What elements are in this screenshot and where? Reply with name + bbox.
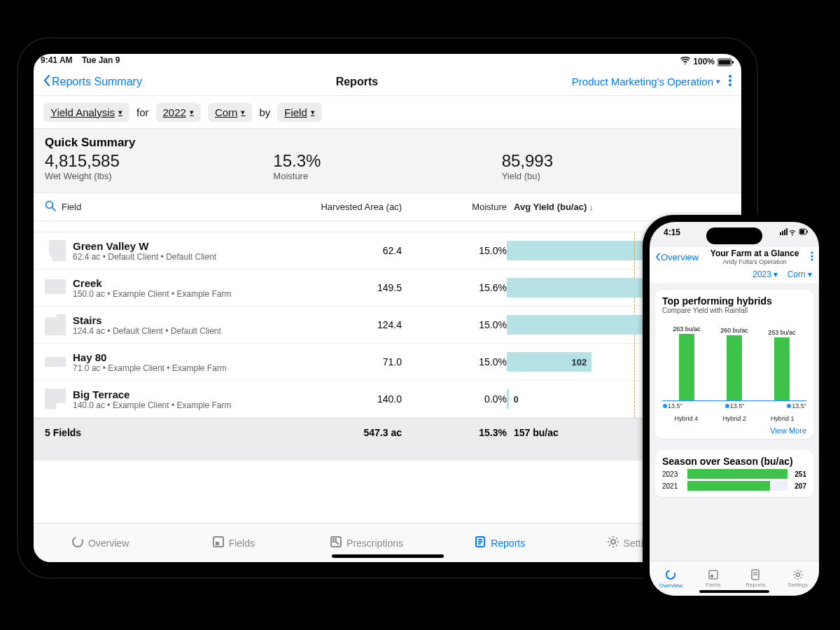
iphone-home-indicator[interactable] [699, 590, 769, 593]
home-indicator[interactable] [332, 554, 444, 558]
battery-icon [718, 57, 734, 66]
wet-weight-label: Wet Weight (lbs) [45, 171, 273, 181]
field-name: Hay 80 [73, 351, 227, 363]
rainfall-value: 13.5" [662, 402, 682, 410]
report-type-selector[interactable]: Yield Analysis▾ [43, 103, 130, 122]
cell-moisture: 15.0% [402, 319, 507, 330]
hybrid-column: 260 bu/ac [713, 327, 756, 400]
battery-percent: 100% [693, 57, 715, 66]
iphone-tab-settings[interactable]: Settings [777, 561, 820, 596]
iphone-tab-overview[interactable]: Overview [650, 561, 692, 596]
hybrids-title: Top performing hybrids [662, 295, 806, 307]
tab-reports-label: Reports [491, 538, 525, 549]
svg-point-26 [811, 251, 813, 253]
svg-rect-1 [719, 59, 731, 64]
page-title: Reports [142, 76, 572, 88]
field-shape-icon [45, 357, 66, 367]
table-row[interactable]: Big Terrace140.0 ac • Example Client • E… [34, 381, 741, 418]
rainfall-value: 13.5" [786, 402, 806, 410]
svg-point-8 [73, 537, 83, 547]
iphone-back-button[interactable]: Overview [655, 252, 699, 262]
field-meta: 124.4 ac • Default Client • Default Clie… [73, 326, 221, 336]
col-field[interactable]: Field [62, 202, 81, 212]
totals-moist: 15.3% [402, 427, 507, 438]
table-row[interactable]: Hay 8071.0 ac • Example Client • Example… [34, 344, 741, 381]
iphone-nav-bar: Overview Your Farm at a Glance Andy Folt… [650, 247, 819, 270]
totals-row: 5 Fields 547.3 ac 15.3% 157 bu/ac [34, 418, 741, 447]
cell-moisture: 15.0% [402, 245, 507, 256]
summary-heading: Quick Summary [45, 136, 730, 150]
cell-area: 140.0 [283, 393, 402, 405]
yield-value: 85,993 [502, 151, 730, 171]
field-meta: 62.4 ac • Default Client • Default Clien… [73, 252, 216, 262]
cell-area: 124.4 [283, 319, 402, 330]
table-row[interactable]: Stairs124.4 ac • Default Client • Defaul… [34, 307, 741, 344]
chevron-down-icon: ▾ [190, 108, 194, 117]
field-meta: 140.0 ac • Example Client • Example Farm [73, 400, 232, 410]
cell-area: 71.0 [283, 356, 402, 368]
tab-overview-label: Overview [88, 538, 129, 549]
iphone-more-icon[interactable] [811, 250, 813, 265]
cell-area: 62.4 [283, 245, 402, 256]
field-name: Green Valley W [73, 240, 216, 252]
hybrid-yield-label: 253 bu/ac [768, 329, 796, 336]
hybrid-name: Hybrid 2 [722, 415, 746, 422]
year-selector[interactable]: 2022▾ [156, 103, 201, 122]
iphone-title-sub: Andy Folta's Operation [699, 258, 811, 265]
report-type-label: Yield Analysis [50, 106, 115, 118]
hybrid-column: 263 bu/ac [665, 326, 708, 400]
svg-point-27 [811, 255, 813, 257]
chevron-left-icon [43, 75, 50, 89]
tab-fields[interactable]: Fields [167, 524, 300, 562]
view-more-link[interactable]: View More [662, 426, 806, 435]
table-row[interactable]: Green Valley W62.4 ac • Default Client •… [34, 232, 741, 270]
iphone-title: Your Farm at a Glance Andy Folta's Opera… [699, 248, 811, 265]
cell-field: Green Valley W62.4 ac • Default Client •… [45, 240, 283, 262]
back-button[interactable]: Reports Summary [43, 75, 142, 89]
col-yield[interactable]: Avg Yield (bu/ac) ↓ [507, 202, 730, 212]
hybrids-subtitle: Compare Yield with Rainfall [662, 307, 806, 314]
search-icon[interactable] [45, 200, 56, 214]
iphone-tab-settings-label: Settings [788, 582, 808, 588]
season-title: Season over Season (bu/ac) [662, 456, 806, 467]
cell-field: Stairs124.4 ac • Default Client • Defaul… [45, 314, 283, 336]
svg-point-35 [796, 573, 799, 577]
hybrid-name: Hybrid 4 [675, 415, 699, 422]
svg-rect-10 [216, 542, 219, 545]
iphone-tab-overview-label: Overview [659, 582, 682, 589]
season-value: 207 [794, 482, 806, 490]
iphone-year-selector[interactable]: 2023 ▾ [752, 270, 778, 279]
tab-reports[interactable]: Reports [433, 524, 566, 562]
year-label: 2022 [163, 106, 186, 118]
field-meta: 150.0 ac • Example Client • Example Farm [73, 289, 232, 299]
word-by: by [259, 106, 270, 118]
field-name: Big Terrace [73, 388, 232, 400]
iphone-tab-reports-label: Reports [746, 582, 765, 588]
wifi-icon [680, 57, 690, 66]
svg-rect-21 [784, 230, 785, 235]
col-moisture[interactable]: Moisture [402, 202, 507, 212]
more-icon[interactable] [729, 75, 732, 88]
hybrid-name: Hybrid 1 [771, 415, 794, 422]
groupby-selector[interactable]: Field▾ [277, 103, 322, 122]
crop-label: Corn [215, 106, 238, 118]
hybrid-bar [774, 337, 790, 400]
svg-point-4 [729, 79, 732, 82]
chevron-down-icon: ▾ [716, 77, 720, 86]
season-year: 2021 [662, 482, 683, 490]
stat-wet-weight: 4,815,585 Wet Weight (lbs) [45, 151, 273, 181]
col-area[interactable]: Harvested Area (ac) [283, 202, 402, 212]
season-bar-track [687, 481, 788, 491]
hybrid-column: 253 bu/ac [760, 329, 804, 400]
tab-fields-label: Fields [229, 538, 255, 549]
cell-moisture: 15.0% [402, 356, 507, 368]
org-selector[interactable]: Product Marketing's Operation ▾ [572, 76, 720, 88]
crop-selector[interactable]: Corn▾ [208, 103, 253, 122]
iphone-crop-selector[interactable]: Corn ▾ [788, 270, 812, 279]
tab-overview[interactable]: Overview [34, 524, 167, 562]
field-shape-icon [45, 314, 66, 335]
table-row[interactable]: Creek150.0 ac • Example Client • Example… [34, 270, 741, 307]
cell-field: Creek150.0 ac • Example Client • Example… [45, 277, 283, 299]
svg-line-7 [52, 208, 56, 211]
svg-point-29 [666, 570, 675, 579]
